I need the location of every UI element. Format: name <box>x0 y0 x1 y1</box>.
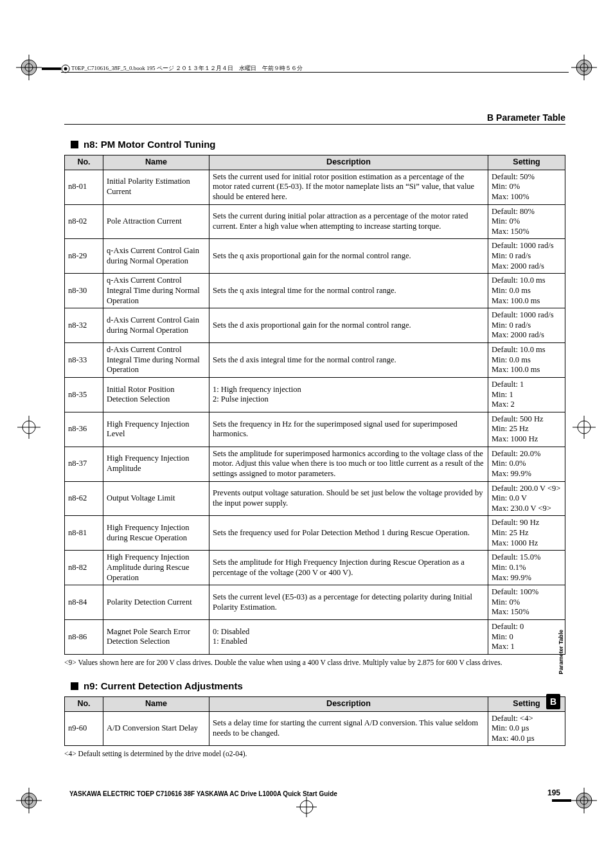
cell-no: n8-32 <box>65 308 103 343</box>
table-n8: No. Name Description Setting n8-01Initia… <box>64 155 565 655</box>
cell-name: d-Axis Current Control Gain during Norma… <box>103 308 209 343</box>
table-row: n8-29q-Axis Current Control Gain during … <box>65 239 565 274</box>
table-row: n8-36High Frequency Injection LevelSets … <box>65 412 565 447</box>
cell-setting: Default: 50% Min: 0% Max: 100% <box>488 170 565 204</box>
cell-desc: 1: High frequency injection 2: Pulse inj… <box>209 377 488 412</box>
side-tab-badge: B <box>546 694 560 709</box>
cell-desc: Sets the d axis proportional gain for th… <box>209 308 488 343</box>
square-bullet-icon <box>71 141 78 148</box>
cell-no: n8-33 <box>65 343 103 378</box>
cell-desc: Sets the q axis integral time for the no… <box>209 274 488 308</box>
crop-mark-bottom-left <box>10 781 48 820</box>
table-n9: No. Name Description Setting n9-60A/D Co… <box>64 696 565 747</box>
cell-setting: Default: 0 Min: 0 Max: 1 <box>488 620 565 655</box>
section-n9-title: n9: Current Detection Adjustments <box>71 680 565 691</box>
page-number: 195 <box>547 788 560 797</box>
cell-no: n8-36 <box>65 412 103 447</box>
footnote-4: <4> Default setting is determined by the… <box>64 750 565 757</box>
cell-desc: 0: Disabled 1: Enabled <box>209 620 488 655</box>
cell-no: n8-29 <box>65 239 103 274</box>
cell-desc: Sets the q axis proportional gain for th… <box>209 239 488 274</box>
cell-name: Output Voltage Limit <box>103 481 209 516</box>
cell-no: n9-60 <box>65 711 103 746</box>
crop-mark-mid-left <box>10 408 48 447</box>
cell-name: High Frequency Injection Amplitude durin… <box>103 551 209 585</box>
table-row: n8-01Initial Polarity Estimation Current… <box>65 170 565 204</box>
cell-setting: Default: 80% Min: 0% Max: 150% <box>488 204 565 239</box>
cell-no: n8-81 <box>65 516 103 551</box>
cell-name: Initial Polarity Estimation Current <box>103 170 209 204</box>
table-row: n8-86Magnet Pole Search Error Detection … <box>65 620 565 655</box>
cell-desc: Sets a delay time for starting the curre… <box>209 711 488 746</box>
cell-no: n8-35 <box>65 377 103 412</box>
binding-rod-bottom <box>552 799 571 802</box>
cell-setting: Default: 10.0 ms Min: 0.0 ms Max: 100.0 … <box>488 343 565 378</box>
th-name: Name <box>103 696 209 711</box>
cell-name: d-Axis Current Control Integral Time dur… <box>103 343 209 378</box>
table-row: n8-84Polarity Detection CurrentSets the … <box>65 585 565 620</box>
cell-desc: Sets the frequency in Hz for the superim… <box>209 412 488 447</box>
cell-desc: Sets the current during initial polar at… <box>209 204 488 239</box>
th-desc: Description <box>209 696 488 711</box>
table-row: n8-32d-Axis Current Control Gain during … <box>65 308 565 343</box>
cell-setting: Default: 500 Hz Min: 25 Hz Max: 1000 Hz <box>488 412 565 447</box>
cell-name: High Frequency Injection Amplitude <box>103 447 209 481</box>
cell-setting: Default: 200.0 V <9> Min: 0.0 V Max: 230… <box>488 481 565 516</box>
th-desc: Description <box>209 155 488 170</box>
page-header: B Parameter Table <box>64 112 565 123</box>
cell-desc: Sets the amplitude for High Frequency In… <box>209 551 488 585</box>
cell-no: n8-82 <box>65 551 103 585</box>
cell-setting: Default: 1000 rad/s Min: 0 rad/s Max: 20… <box>488 308 565 343</box>
cell-desc: Sets the frequency used for Polar Detect… <box>209 516 488 551</box>
header-rule <box>64 124 565 125</box>
cell-setting: Default: 100% Min: 0% Max: 150% <box>488 585 565 620</box>
cell-no: n8-84 <box>65 585 103 620</box>
square-bullet-icon <box>71 682 78 690</box>
cell-desc: Sets the d axis integral time for the no… <box>209 343 488 378</box>
table-row: n8-33d-Axis Current Control Integral Tim… <box>65 343 565 378</box>
cell-name: q-Axis Current Control Integral Time dur… <box>103 274 209 308</box>
table-row: n8-37High Frequency Injection AmplitudeS… <box>65 447 565 481</box>
table-row: n8-82High Frequency Injection Amplitude … <box>65 551 565 585</box>
cell-setting: Default: 90 Hz Min: 25 Hz Max: 1000 Hz <box>488 516 565 551</box>
cell-setting: Default: 15.0% Min: 0.1% Max: 99.9% <box>488 551 565 585</box>
cell-setting: Default: 1 Min: 1 Max: 2 <box>488 377 565 412</box>
th-no: No. <box>65 155 103 170</box>
cell-setting: Default: 10.0 ms Min: 0.0 ms Max: 100.0 … <box>488 274 565 308</box>
cell-setting: Default: 1000 rad/s Min: 0 rad/s Max: 20… <box>488 239 565 274</box>
page-header-title: B Parameter Table <box>487 112 565 123</box>
section-n8-title: n8: PM Motor Control Tuning <box>71 139 565 150</box>
cell-no: n8-30 <box>65 274 103 308</box>
cell-desc: Sets the amplitude for superimposed harm… <box>209 447 488 481</box>
cell-name: q-Axis Current Control Gain during Norma… <box>103 239 209 274</box>
crop-mark-bottom-center <box>294 794 319 820</box>
cell-setting: Default: <4> Min: 0.0 µs Max: 40.0 µs <box>488 711 565 746</box>
side-tab-label: Parameter Table <box>558 630 564 674</box>
crop-mark-mid-right <box>565 408 603 447</box>
cell-desc: Sets the current used for initial rotor … <box>209 170 488 204</box>
th-setting: Setting <box>488 155 565 170</box>
cell-no: n8-01 <box>65 170 103 204</box>
table-row: n8-81High Frequency Injection during Res… <box>65 516 565 551</box>
cell-no: n8-02 <box>65 204 103 239</box>
cell-name: Pole Attraction Current <box>103 204 209 239</box>
table-header-row: No. Name Description Setting <box>65 155 565 170</box>
page-footer: YASKAWA ELECTRIC TOEP C710616 38F YASKAW… <box>69 788 560 797</box>
cell-no: n8-86 <box>65 620 103 655</box>
binding-rod-top <box>42 67 61 70</box>
cell-no: n8-37 <box>65 447 103 481</box>
cell-name: A/D Conversion Start Delay <box>103 711 209 746</box>
footnote-9: <9> Values shown here are for 200 V clas… <box>64 659 565 666</box>
table-row: n8-62Output Voltage LimitPrevents output… <box>65 481 565 516</box>
cell-name: Magnet Pole Search Error Detection Selec… <box>103 620 209 655</box>
th-no: No. <box>65 696 103 711</box>
table-header-row: No. Name Description Setting <box>65 696 565 711</box>
cell-setting: Default: 20.0% Min: 0.0% Max: 99.9% <box>488 447 565 481</box>
table-row: n8-02Pole Attraction CurrentSets the cur… <box>65 204 565 239</box>
crop-mark-top-right <box>565 48 603 87</box>
cell-no: n8-62 <box>65 481 103 516</box>
th-name: Name <box>103 155 209 170</box>
cell-name: Initial Rotor Position Detection Selecti… <box>103 377 209 412</box>
footer-left: YASKAWA ELECTRIC TOEP C710616 38F YASKAW… <box>69 790 337 797</box>
table-row: n8-30q-Axis Current Control Integral Tim… <box>65 274 565 308</box>
